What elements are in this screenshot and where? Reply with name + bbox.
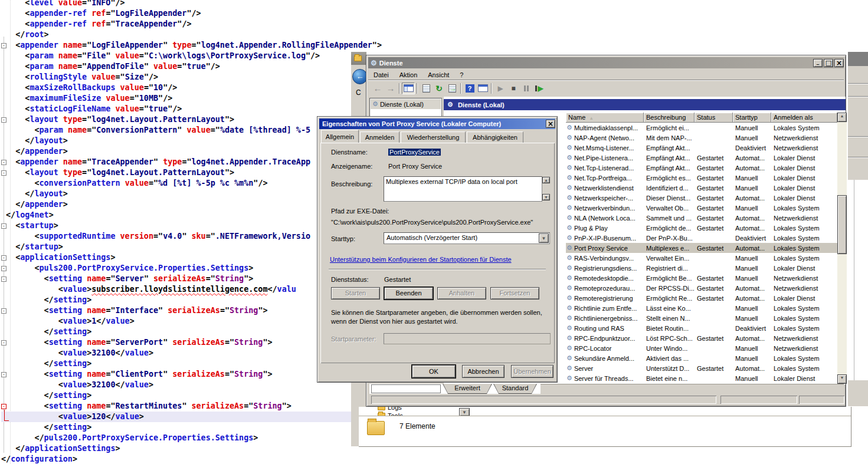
code-line[interactable]: <level value="INFO"/> <box>1 0 367 8</box>
column-header-status[interactable]: Status <box>695 113 733 123</box>
dialog-titlebar[interactable]: Eigenschaften von Port Proxy Service (Lo… <box>319 119 555 129</box>
service-row[interactable]: ⚙Registrierungsdiens...Registriert di...… <box>566 263 837 273</box>
folder-item-logs[interactable]: Logs <box>378 407 402 412</box>
code-line[interactable]: </setting> <box>1 422 367 433</box>
filter-input[interactable] <box>371 384 441 393</box>
service-row[interactable]: ⚙Net.Tcp-Listenerad...Empfängt Akt...Ges… <box>566 163 837 173</box>
code-line[interactable]: </layout> <box>1 189 367 199</box>
code-line[interactable]: </configuration> <box>1 454 367 464</box>
scroll-down-button[interactable] <box>837 374 847 384</box>
ok-button[interactable]: OK <box>412 365 456 378</box>
service-row[interactable]: ⚙Netzwerkverbindun...Verwaltet Ob...Gest… <box>566 203 837 213</box>
service-row[interactable]: ⚙Net.Msmq-Listener...Empfängt Akt...Deak… <box>566 143 837 153</box>
service-row[interactable]: ⚙Richtlinienergebniss...Stellt einen N..… <box>566 313 837 323</box>
fold-marker[interactable]: - <box>1 255 6 261</box>
dialog-tab-wiederherstellung[interactable]: Wiederherstellung <box>401 131 466 143</box>
service-row[interactable]: ⚙Plug & PlayErmöglicht de...GestartetAut… <box>566 223 837 233</box>
fold-marker[interactable]: - <box>1 340 6 345</box>
services-titlebar[interactable]: ⚙ Dienste <box>368 57 844 68</box>
code-line[interactable]: <applicationSettings> <box>1 252 367 263</box>
service-row[interactable]: ⚙NAP-Agent (Netwo...Mit dem NAP-...Manue… <box>566 133 837 143</box>
column-header-beschreibung[interactable]: Beschreibung <box>644 113 695 123</box>
column-header-starttyp[interactable]: Starttyp <box>733 113 771 123</box>
fold-marker[interactable]: - <box>1 117 6 123</box>
fold-marker[interactable]: - <box>1 160 6 165</box>
code-line[interactable]: </setting> <box>1 390 367 401</box>
service-row[interactable]: ⚙Remoteprozedurau...Der RPCSS-Di...Gesta… <box>566 283 837 293</box>
vertical-scrollbar[interactable] <box>837 113 847 384</box>
service-row[interactable]: ⚙PnP-X-IP-Busenum...Der PnP-X-Bu...Deakt… <box>566 233 837 243</box>
code-line[interactable]: <value>1</value> <box>1 316 367 327</box>
code-area[interactable]: <level value="INFO"/> <appender-ref ref=… <box>1 0 367 464</box>
code-line[interactable]: </appender> <box>1 199 367 210</box>
code-line[interactable]: <setting name="RestartMinutes" serialize… <box>1 401 367 412</box>
code-line[interactable]: </applicationSettings> <box>1 443 367 454</box>
menu-item-?[interactable]: ? <box>454 70 469 80</box>
beenden-button[interactable]: Beenden <box>384 287 433 300</box>
service-row[interactable]: ⚙NLA (Network Loca...Sammelt und ...Gest… <box>566 213 837 223</box>
code-line[interactable]: <value>32100</value> <box>1 380 367 390</box>
code-line[interactable]: </setting> <box>1 295 367 305</box>
service-row[interactable]: ⚙Sekundäre Anmeld...Aktiviert das ...Man… <box>566 353 837 363</box>
service-row[interactable]: ⚙Port Proxy ServiceMultiplexes e...Gesta… <box>566 243 837 253</box>
scroll-up-button[interactable] <box>542 177 550 183</box>
fold-marker[interactable]: - <box>1 43 6 48</box>
show-console-tree-button[interactable] <box>402 83 415 94</box>
code-line[interactable]: <conversionPattern value="%d [%t] %-5p %… <box>1 178 367 189</box>
code-line[interactable]: </setting> <box>1 358 367 369</box>
dialog-close-button[interactable] <box>546 120 555 128</box>
scrollbar-thumb[interactable] <box>837 195 847 254</box>
code-line[interactable]: <startup> <box>1 221 367 231</box>
code-line[interactable]: <param name="AppendToFile" value="true"/… <box>1 61 367 72</box>
dialog-tab-abhängigkeiten[interactable]: Abhängigkeiten <box>467 131 523 143</box>
code-line[interactable]: <value>32100</value> <box>1 348 367 358</box>
code-line[interactable]: </log4net> <box>1 210 367 221</box>
menu-item-aktion[interactable]: Aktion <box>394 70 423 80</box>
scroll-down-button[interactable] <box>542 194 550 200</box>
code-line[interactable]: <appender name="LogFileAppender" type="l… <box>1 40 367 51</box>
code-line[interactable]: <setting name="ServerPort" serializeAs="… <box>1 337 367 348</box>
code-line[interactable]: <layout type="log4net.Layout.PatternLayo… <box>1 114 367 125</box>
fold-marker[interactable]: - <box>1 372 6 377</box>
bottom-tab-standard[interactable]: Standard <box>493 384 537 394</box>
help-button[interactable]: ? <box>463 83 476 94</box>
dropdown-button[interactable] <box>459 408 470 416</box>
forward-button[interactable]: → <box>384 83 397 94</box>
code-line[interactable]: <param name="File" value="C:\work\logs\P… <box>1 51 367 61</box>
code-line[interactable]: </appender> <box>1 146 367 157</box>
code-line[interactable]: <value>subscriber.lloydslistintelligence… <box>1 284 367 295</box>
fold-marker[interactable]: - <box>1 404 6 409</box>
restart-service-button[interactable]: ▶ <box>533 83 546 94</box>
properties-button[interactable] <box>420 83 433 94</box>
menu-item-datei[interactable]: Datei <box>368 70 394 80</box>
dialog-tab-anmelden[interactable]: Anmelden <box>360 131 399 143</box>
start-service-button[interactable]: ▶ <box>494 83 507 94</box>
dialog-tab-allgemein[interactable]: Allgemein <box>321 130 359 143</box>
cancel-button[interactable]: Abbrechen <box>462 365 505 378</box>
refresh-button[interactable]: ↻ <box>433 83 446 94</box>
stop-service-button[interactable]: ■ <box>507 83 520 94</box>
starttyp-combobox[interactable]: Automatisch (Verzögerter Start) <box>384 232 550 244</box>
code-line[interactable]: <setting name="Server" serializeAs="Stri… <box>1 274 367 284</box>
code-line[interactable]: <value>120</value> <box>1 412 367 422</box>
fold-marker[interactable]: - <box>1 308 6 314</box>
code-line[interactable]: <supportedRuntime version="v4.0" sku=".N… <box>1 231 367 242</box>
service-row[interactable]: ⚙Routing und RASBietet Routin...Deaktivi… <box>566 323 837 333</box>
code-line[interactable]: <appender-ref ref="TraceAppender"/> <box>1 19 367 29</box>
export-list-button[interactable]: → <box>446 83 458 94</box>
code-line[interactable]: <maxSizeRollBackups value="10"/> <box>1 83 367 93</box>
back-button[interactable]: ← <box>371 83 384 94</box>
folder-item-tools[interactable]: Tools <box>378 412 403 416</box>
service-row[interactable]: ⚙Netzwerkspeicher-...Dieser Dienst...Ges… <box>566 193 837 203</box>
service-row[interactable]: ⚙ServerUnterstützt D...GestartetAutomat.… <box>566 363 837 373</box>
maximize-button[interactable] <box>824 59 833 67</box>
code-line[interactable]: <staticLogFileName value="true"/> <box>1 104 367 114</box>
code-line[interactable]: <setting name="ClientPort" serializeAs="… <box>1 369 367 380</box>
code-line[interactable]: </puls200.PortProxyService.Properties.Se… <box>1 433 367 443</box>
tree-item-dienste-lokal[interactable]: ⚙ Dienste (Lokal) <box>371 99 441 109</box>
scroll-up-button[interactable] <box>837 113 847 122</box>
code-line[interactable]: <puls200.PortProxyService.Properties.Set… <box>1 263 367 274</box>
service-row[interactable]: ⚙NetzwerklistendienstIdentifiziert d...G… <box>566 183 837 193</box>
startoptions-help-link[interactable]: Unterstützung beim Konfigurieren der Sta… <box>330 256 512 263</box>
code-line[interactable]: <param name="ConversionPattern" value="%… <box>1 125 367 136</box>
